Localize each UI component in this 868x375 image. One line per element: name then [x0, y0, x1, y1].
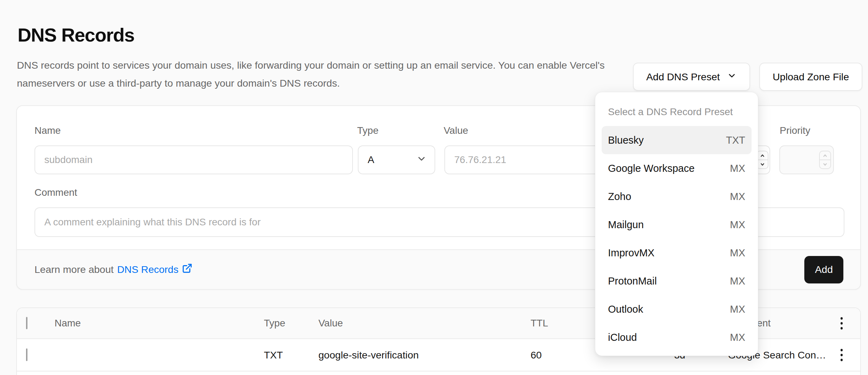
add-record-button[interactable]: Add — [804, 256, 843, 283]
name-label: Name — [34, 125, 61, 136]
column-header-name: Name — [55, 318, 81, 329]
stepper-up-icon — [820, 151, 830, 160]
column-header-ttl: TTL — [531, 318, 548, 329]
row-menu-icon[interactable] — [838, 347, 846, 363]
stepper-up-icon[interactable] — [757, 151, 768, 160]
priority-stepper — [819, 151, 831, 169]
chevron-down-icon — [727, 71, 737, 83]
page-description: DNS records point to services your domai… — [17, 56, 604, 92]
add-dns-preset-label: Add DNS Preset — [646, 71, 720, 83]
preset-item-google-workspace[interactable]: Google Workspace MX — [602, 154, 752, 182]
preset-record-type: MX — [730, 219, 746, 231]
preset-item-mailgun[interactable]: Mailgun MX — [602, 211, 752, 239]
preset-item-protonmail[interactable]: ProtonMail MX — [602, 267, 752, 295]
preset-name: ImprovMX — [608, 247, 654, 259]
type-label: Type — [357, 125, 379, 136]
dns-records-link-label: DNS Records — [117, 264, 178, 275]
preset-record-type: MX — [730, 191, 746, 202]
name-input[interactable] — [34, 145, 353, 174]
preset-name: Outlook — [608, 304, 643, 315]
preset-name: ProtonMail — [608, 275, 657, 287]
learn-more-text: Learn more about DNS Records — [34, 263, 192, 276]
preset-record-type: MX — [730, 163, 746, 174]
row-value-cell: google-site-verification — [318, 349, 419, 361]
stepper-down-icon — [820, 160, 830, 168]
ttl-stepper[interactable] — [756, 151, 768, 169]
learn-more-prefix: Learn more about — [34, 264, 114, 275]
comment-label: Comment — [34, 187, 77, 198]
preset-name: Zoho — [608, 191, 631, 202]
preset-name: Bluesky — [608, 135, 644, 146]
dropdown-header: Select a DNS Record Preset — [608, 106, 733, 118]
preset-name: Google Workspace — [608, 163, 695, 174]
type-select[interactable]: A — [358, 145, 435, 174]
priority-label: Priority — [780, 125, 810, 136]
value-label: Value — [444, 125, 468, 136]
row-type-cell: TXT — [264, 349, 283, 361]
preset-item-icloud[interactable]: iCloud MX — [602, 323, 752, 351]
page-description-line2: nameservers or use a third-party to mana… — [17, 74, 604, 92]
preset-item-zoho[interactable]: Zoho MX — [602, 182, 752, 211]
stepper-down-icon[interactable] — [757, 160, 768, 168]
preset-record-type: MX — [730, 247, 746, 259]
external-link-icon — [182, 263, 192, 276]
preset-name: Mailgun — [608, 219, 644, 231]
upload-zone-file-button[interactable]: Upload Zone File — [759, 63, 862, 91]
header-actions: Add DNS Preset Upload Zone File — [633, 63, 862, 91]
preset-record-type: MX — [730, 275, 746, 287]
row-checkbox[interactable] — [26, 349, 27, 361]
row-ttl-cell: 60 — [531, 349, 542, 361]
chevron-down-icon — [416, 154, 427, 167]
preset-record-type: MX — [730, 332, 746, 343]
column-header-type: Type — [264, 318, 285, 329]
page-title: DNS Records — [18, 24, 134, 46]
preset-item-outlook[interactable]: Outlook MX — [602, 295, 752, 323]
type-select-value: A — [368, 154, 374, 165]
preset-item-improvmx[interactable]: ImprovMX MX — [602, 239, 752, 267]
upload-zone-file-label: Upload Zone File — [773, 71, 849, 83]
page-description-line1: DNS records point to services your domai… — [17, 56, 604, 74]
dns-records-link[interactable]: DNS Records — [117, 263, 192, 276]
add-dns-preset-button[interactable]: Add DNS Preset — [633, 63, 750, 91]
preset-record-type: MX — [730, 304, 746, 315]
preset-record-type: TXT — [726, 135, 745, 146]
column-header-value: Value — [318, 318, 343, 329]
select-all-checkbox[interactable] — [26, 317, 27, 329]
preset-name: iCloud — [608, 332, 637, 343]
dns-preset-dropdown: Select a DNS Record Preset Bluesky TXT G… — [595, 92, 758, 356]
dropdown-list: Bluesky TXT Google Workspace MX Zoho MX … — [595, 126, 758, 351]
preset-item-bluesky[interactable]: Bluesky TXT — [602, 126, 752, 154]
table-menu-icon[interactable] — [838, 315, 846, 332]
